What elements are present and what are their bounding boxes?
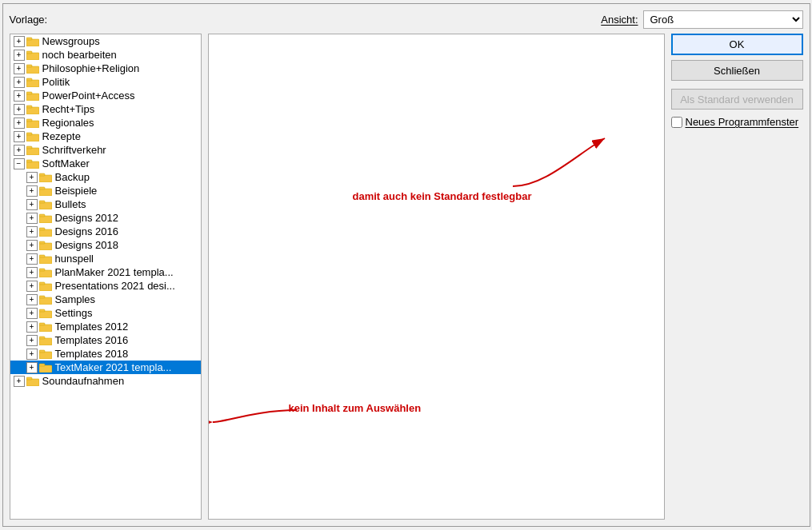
folder-icon-hunspell — [39, 254, 52, 264]
arrow2-svg — [209, 394, 305, 442]
expand-btn-templates2018[interactable]: + — [26, 349, 38, 360]
arrow1-svg — [449, 114, 609, 210]
svg-rect-15 — [26, 133, 32, 135]
schliessen-button[interactable]: Schließen — [671, 60, 803, 81]
expand-btn-textmaker2021[interactable]: + — [26, 362, 38, 373]
expand-btn-newsgroups[interactable]: + — [14, 36, 25, 47]
tree-item-templates2016[interactable]: + Templates 2016 — [10, 333, 201, 347]
tree-label-regionales: Regionales — [42, 117, 94, 129]
tree-item-rezepte[interactable]: + Rezepte — [10, 130, 201, 143]
svg-rect-44 — [39, 338, 52, 345]
expand-btn-templates2016[interactable]: + — [26, 335, 38, 346]
tree-item-recht[interactable]: + Recht+Tips — [10, 102, 201, 116]
tree-label-templates2018: Templates 2018 — [55, 348, 129, 360]
expand-btn-templates2012[interactable]: + — [26, 321, 38, 333]
expand-btn-presentations[interactable]: + — [26, 281, 38, 292]
expand-btn-designs2016[interactable]: + — [26, 226, 38, 237]
svg-rect-27 — [39, 214, 45, 217]
expand-btn-planmaker[interactable]: + — [26, 267, 38, 278]
dialog-body: + Newsgroups+ noch bearbeiten+ Philosoph… — [10, 34, 803, 520]
svg-rect-30 — [39, 243, 52, 250]
tree-item-hunspell[interactable]: + hunspell — [10, 252, 201, 265]
tree-item-designs2012[interactable]: + Designs 2012 — [10, 211, 201, 225]
tree-label-designs2018: Designs 2018 — [55, 239, 119, 251]
svg-rect-13 — [26, 119, 32, 122]
sidebar-buttons: OK Schließen Als Standard verwenden Neue… — [671, 34, 803, 520]
tree-label-textmaker2021: TextMaker 2021 templa... — [55, 361, 172, 373]
expand-btn-politik[interactable]: + — [14, 77, 25, 88]
expand-btn-hunspell[interactable]: + — [26, 253, 38, 265]
tree-item-planmaker[interactable]: + PlanMaker 2021 templa... — [10, 265, 201, 279]
expand-btn-beispiele[interactable]: + — [26, 185, 38, 197]
tree-item-schriftverkehr[interactable]: + Schriftverkehr — [10, 143, 201, 157]
svg-rect-22 — [39, 189, 52, 196]
expand-btn-powerpoint[interactable]: + — [14, 90, 25, 102]
tree-label-politik: Politik — [42, 76, 70, 88]
svg-rect-39 — [39, 296, 45, 298]
main-dialog: Vorlage: Ansicht: Groß Klein Mittel + Ne… — [2, 3, 810, 527]
tree-item-backup[interactable]: + Backup — [10, 170, 201, 184]
tree-item-settings[interactable]: + Settings — [10, 306, 201, 320]
tree-item-bullets[interactable]: + Bullets — [10, 197, 201, 211]
svg-rect-24 — [39, 202, 52, 209]
tree-item-templates2018[interactable]: + Templates 2018 — [10, 347, 201, 361]
folder-icon-samples — [39, 295, 52, 305]
tree-item-newsgroups[interactable]: + Newsgroups — [10, 34, 201, 48]
svg-rect-4 — [26, 66, 39, 74]
tree-label-powerpoint: PowerPoint+Access — [42, 90, 135, 102]
folder-icon-designs2012 — [39, 213, 52, 223]
tree-item-softmaker[interactable]: − SoftMaker — [10, 157, 201, 170]
tree-item-designs2016[interactable]: + Designs 2016 — [10, 225, 201, 238]
expand-btn-bullets[interactable]: + — [26, 199, 38, 210]
content-panel: damit auch kein Standard festlegbar kein… — [208, 34, 665, 520]
als-standard-button[interactable]: Als Standard verwenden — [671, 89, 803, 110]
folder-icon-soundaufnahmen — [26, 377, 39, 386]
svg-rect-10 — [26, 107, 39, 114]
tree-label-settings: Settings — [55, 307, 93, 319]
svg-rect-20 — [39, 175, 52, 182]
expand-btn-philosophie[interactable]: + — [14, 63, 25, 74]
expand-btn-rezepte[interactable]: + — [14, 131, 25, 142]
tree-item-samples[interactable]: + Samples — [10, 293, 201, 306]
ansicht-select[interactable]: Groß Klein Mittel — [643, 10, 803, 29]
expand-btn-designs2012[interactable]: + — [26, 213, 38, 224]
tree-item-templates2012[interactable]: + Templates 2012 — [10, 320, 201, 333]
folder-icon-rezepte — [26, 132, 39, 141]
tree-item-soundaufnahmen[interactable]: + Soundaufnahmen — [10, 374, 201, 388]
expand-btn-backup[interactable]: + — [26, 172, 38, 183]
tree-label-backup: Backup — [55, 171, 90, 183]
tree-label-rezepte: Rezepte — [42, 130, 81, 142]
expand-btn-recht[interactable]: + — [14, 104, 25, 115]
expand-btn-settings[interactable]: + — [26, 308, 38, 319]
svg-rect-1 — [26, 38, 32, 40]
tree-item-designs2018[interactable]: + Designs 2018 — [10, 238, 201, 252]
expand-btn-designs2018[interactable]: + — [26, 240, 38, 251]
tree-item-textmaker2021[interactable]: + TextMaker 2021 templa... — [10, 361, 201, 374]
svg-rect-50 — [26, 379, 39, 386]
tree-item-regionales[interactable]: + Regionales — [10, 116, 201, 130]
tree-label-designs2012: Designs 2012 — [55, 212, 119, 224]
tree-label-templates2012: Templates 2012 — [55, 321, 129, 333]
tree-item-presentations[interactable]: + Presentations 2021 desi... — [10, 279, 201, 293]
tree-item-philosophie[interactable]: + Philosophie+Religion — [10, 62, 201, 75]
tree-item-beispiele[interactable]: + Beispiele — [10, 184, 201, 197]
expand-btn-soundaufnahmen[interactable]: + — [14, 376, 25, 387]
expand-btn-regionales[interactable]: + — [14, 118, 25, 129]
tree-label-recht: Recht+Tips — [42, 103, 95, 115]
tree-item-noch-bearbeiten[interactable]: + noch bearbeiten — [10, 48, 201, 62]
svg-rect-28 — [39, 229, 52, 237]
svg-rect-38 — [39, 297, 52, 305]
tree-item-powerpoint[interactable]: + PowerPoint+Access — [10, 89, 201, 102]
expand-btn-noch-bearbeiten[interactable]: + — [14, 50, 25, 61]
ok-button[interactable]: OK — [671, 34, 803, 55]
tree-panel[interactable]: + Newsgroups+ noch bearbeiten+ Philosoph… — [10, 34, 202, 520]
expand-btn-samples[interactable]: + — [26, 294, 38, 305]
folder-icon-templates2018 — [39, 349, 52, 359]
svg-rect-41 — [39, 309, 45, 312]
expand-btn-softmaker[interactable]: − — [14, 158, 25, 169]
svg-rect-26 — [39, 216, 52, 223]
tree-item-politik[interactable]: + Politik — [10, 75, 201, 89]
expand-btn-schriftverkehr[interactable]: + — [14, 145, 25, 156]
svg-rect-45 — [39, 337, 45, 339]
neues-programmfenster-checkbox[interactable] — [671, 117, 682, 128]
